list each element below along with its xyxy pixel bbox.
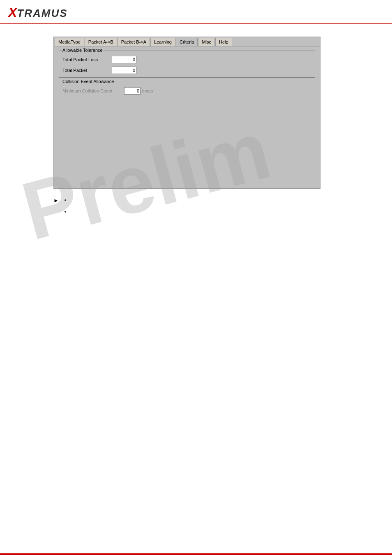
bullet-area: ►: [53, 197, 384, 220]
total-packet-loss-row: Total Packet Loss: [62, 56, 311, 63]
logo-text: TRAMUS: [17, 7, 67, 20]
tab-criteria[interactable]: Criteria: [176, 38, 198, 46]
min-collision-row: Minimum Collision Count times: [62, 87, 311, 95]
footer-bar: [0, 553, 392, 555]
arrow-icon: ►: [53, 197, 59, 204]
total-packet-input[interactable]: [112, 67, 136, 74]
tab-misc[interactable]: Misc: [198, 38, 215, 46]
allowable-tolerance-title: Allowable Tolerance: [62, 48, 104, 53]
total-packet-row: Total Packet: [62, 67, 311, 74]
total-packet-loss-label: Total Packet Loss: [62, 57, 112, 62]
collision-event-group: Collision Event Allowance Minimum Collis…: [59, 82, 315, 98]
bullet-list: [62, 197, 70, 220]
arrow-item: ►: [53, 197, 384, 220]
main-content: MediaType Packet A->B Packet B->A Learni…: [0, 24, 392, 231]
logo: X TRAMUS: [8, 5, 68, 20]
total-packet-label: Total Packet: [62, 68, 112, 73]
tab-learning[interactable]: Learning: [150, 38, 175, 46]
min-collision-label: Minimum Collision Count: [62, 88, 124, 93]
tab-packet-ba[interactable]: Packet B->A: [118, 38, 150, 46]
logo-x: X: [8, 5, 17, 20]
allowable-tolerance-group: Allowable Tolerance Total Packet Loss To…: [59, 51, 315, 78]
tab-panel-container: MediaType Packet A->B Packet B->A Learni…: [53, 37, 321, 189]
min-collision-input[interactable]: [124, 87, 141, 95]
times-label: times: [142, 88, 153, 93]
tab-packet-ab[interactable]: Packet A->B: [85, 38, 117, 46]
tab-help[interactable]: Help: [215, 38, 232, 46]
header: X TRAMUS: [0, 0, 392, 24]
tab-mediatype[interactable]: MediaType: [55, 38, 84, 46]
tabs-row: MediaType Packet A->B Packet B->A Learni…: [54, 37, 320, 46]
criteria-tab-content: Allowable Tolerance Total Packet Loss To…: [54, 46, 320, 106]
total-packet-loss-input[interactable]: [112, 56, 136, 63]
collision-event-title: Collision Event Allowance: [62, 79, 115, 84]
